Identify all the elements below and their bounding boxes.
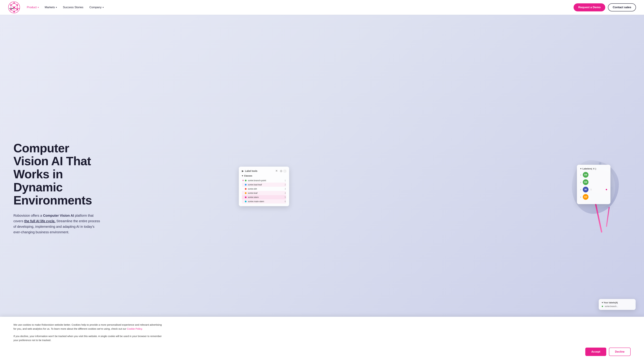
pink-spike-2 (606, 207, 610, 227)
nav-item-company[interactable]: Company ▾ (90, 6, 104, 9)
notification-badge (606, 189, 607, 190)
class-row: ✕ sorter.main-stem 6 (242, 199, 286, 203)
navbar: ROBO VISION Product ▾ Markets ▾ Success … (0, 0, 644, 15)
labeler-row: › SM (580, 179, 607, 185)
classes-section: ▾ Classes ✕ sorter.branch-point 1 ✕ sort… (242, 174, 286, 203)
class-row-selected: ✕ sorter.stem 5 (242, 195, 286, 199)
panel-header: ▶ Label tools ✕ ◎ ⬚ (242, 169, 286, 172)
chevron-down-icon: ▾ (56, 6, 57, 8)
class-row: ✕ sorter.leaf 4 (242, 191, 286, 195)
labeler-avatar: SM (583, 172, 588, 178)
cookie-text-1: We use cookies to make Robovision websit… (14, 323, 164, 331)
logo-icon: ROBO VISION (8, 1, 20, 13)
cookie-buttons: Accept Decline (14, 348, 630, 356)
cookie-banner: We use cookies to make Robovision websit… (0, 317, 644, 362)
labeler-row: › IM 1 (580, 187, 607, 192)
hero-description: Robovision offers a Computer Vision AI p… (14, 213, 100, 235)
class-row: ✕ sorter.bad-leaf 2 (242, 183, 286, 187)
your-labels-title: ▾ Your labels(4) (602, 301, 632, 304)
logo[interactable]: ROBO VISION (8, 1, 20, 13)
class-color-dot (245, 201, 246, 202)
hero-title: Computer Vision AI That Works in Dynamic… (14, 142, 100, 207)
class-row: ✕ sorter.dirt 3 (242, 187, 286, 191)
class-color-dot (245, 184, 246, 186)
labeler-row: › AD (580, 194, 607, 200)
svg-text:ROBO: ROBO (10, 8, 14, 9)
dashed-select-icon[interactable]: ⬚ (284, 169, 286, 172)
your-labels-panel: ▾ Your labels(4) sorter.branch... (599, 299, 636, 310)
chevron-down-icon: ▾ (38, 6, 39, 8)
cookie-text-2: If you decline, your information won't b… (14, 334, 164, 342)
chevron-down-icon: ▾ (103, 6, 104, 8)
target-icon[interactable]: ◎ (280, 169, 282, 172)
nav-item-success-stories[interactable]: Success Stories (63, 6, 83, 9)
hero-section: Computer Vision AI That Works in Dynamic… (0, 15, 644, 362)
svg-line-8 (14, 3, 17, 5)
class-color-dot (245, 180, 246, 181)
play-button[interactable]: ▶ (242, 170, 244, 172)
contact-sales-button[interactable]: Contact sales (608, 3, 636, 11)
request-demo-button[interactable]: Request a Demo (574, 3, 605, 11)
hero-content: Computer Vision AI That Works in Dynamic… (0, 128, 114, 249)
hero-desc-plain: Robovision offers a (14, 214, 43, 217)
hero-mockup: ▶ Label tools ✕ ◎ ⬚ ▾ Classes ✕ sorter.b… (226, 15, 644, 362)
labelers-panel: ▾ Labelers(4) › SM › SM › IM 1 › AD (577, 165, 610, 204)
svg-line-9 (11, 3, 14, 5)
class-color-dot (245, 192, 246, 194)
label-tools-panel: ▶ Label tools ✕ ◎ ⬚ ▾ Classes ✕ sorter.b… (239, 167, 289, 206)
your-label-item: sorter.branch... (602, 305, 632, 308)
chevron-right-icon: › (580, 196, 581, 198)
nav-item-product[interactable]: Product ▾ (27, 6, 39, 9)
panel-title: Label tools (245, 170, 258, 172)
labeler-avatar: IM (583, 187, 588, 192)
classes-title: ▾ Classes (242, 174, 286, 177)
close-icon[interactable]: ✕ (276, 169, 278, 172)
chevron-right-icon: › (580, 181, 581, 184)
accept-cookies-button[interactable]: Accept (585, 348, 606, 356)
svg-text:VISION: VISION (14, 8, 20, 9)
class-row: ✕ sorter.branch-point 1 (242, 178, 286, 183)
decline-cookies-button[interactable]: Decline (609, 348, 630, 356)
labeler-avatar: SM (583, 179, 588, 185)
chevron-right-icon: › (580, 188, 581, 191)
nav-item-markets[interactable]: Markets ▾ (45, 6, 57, 9)
chevron-right-icon: › (580, 173, 581, 176)
class-color-dot (245, 188, 246, 190)
navbar-left: ROBO VISION Product ▾ Markets ▾ Success … (8, 1, 104, 13)
labeler-row: › SM (580, 172, 607, 178)
nav-links: Product ▾ Markets ▾ Success Stories Comp… (27, 6, 104, 9)
hero-desc-bold2: the full AI life cycle. (24, 219, 55, 223)
navbar-right: Request a Demo Contact sales (574, 3, 636, 11)
hero-desc-bold1: Computer Vision AI (43, 214, 74, 217)
labelers-title: ▾ Labelers(4) (580, 167, 607, 170)
labeler-avatar: AD (583, 194, 588, 200)
cookie-policy-link[interactable]: Cookie Policy. (127, 327, 143, 330)
class-color-dot (245, 196, 246, 198)
